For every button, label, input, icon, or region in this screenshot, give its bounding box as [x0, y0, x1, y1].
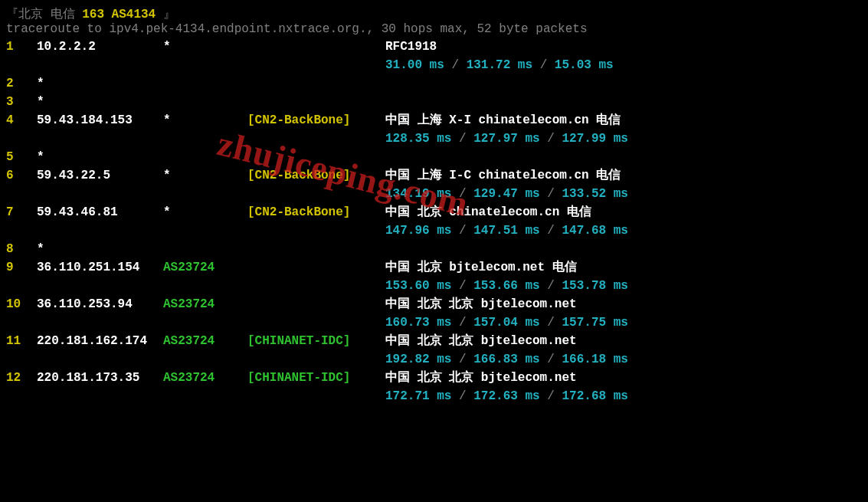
hop-number: 3 — [6, 93, 37, 111]
timing-separator: / — [532, 58, 555, 72]
hop-ip: 220.181.173.35 — [37, 369, 163, 387]
hop-network-tag: [CHINANET-IDC] — [247, 332, 385, 350]
hop-row: 659.43.22.5*[CN2-BackBone]中国 上海 I-C chin… — [6, 166, 862, 185]
rtt-3: 153.78 ms — [562, 279, 627, 293]
hop-number: 6 — [6, 166, 37, 185]
hop-location: 中国 北京 北京 bjtelecom.net — [385, 369, 862, 387]
hop-ip: 59.43.22.5 — [37, 166, 163, 185]
timing-separator: / — [540, 316, 562, 330]
hop-network-tag: [CN2-BackBone] — [247, 203, 385, 221]
rtt-3: 147.68 ms — [562, 224, 627, 238]
rtt-1: 147.96 ms — [385, 224, 451, 238]
timing-values: 128.35 ms / 127.97 ms / 127.99 ms — [385, 130, 628, 148]
rtt-3: 127.99 ms — [562, 132, 627, 146]
timing-separator: / — [451, 316, 473, 330]
rtt-2: 153.66 ms — [473, 279, 539, 293]
rtt-1: 31.00 ms — [385, 58, 444, 72]
timing-separator: / — [540, 389, 562, 403]
hop-number: 2 — [6, 74, 37, 93]
rtt-3: 157.75 ms — [562, 316, 627, 330]
hop-timings: 147.96 ms / 147.51 ms / 147.68 ms — [6, 221, 862, 240]
hop-number: 10 — [6, 295, 37, 313]
timing-separator: / — [451, 132, 473, 146]
rtt-2: 157.04 ms — [473, 316, 539, 330]
rtt-2: 166.83 ms — [473, 353, 539, 366]
hop-ip: * — [37, 74, 163, 93]
hop-row: 936.110.251.154AS23724中国 北京 bjtelecom.ne… — [6, 258, 862, 277]
hop-asn: * — [163, 38, 247, 56]
header-suffix: 』 — [156, 8, 175, 21]
timing-separator: / — [540, 187, 562, 201]
hop-ip: 10.2.2.2 — [37, 38, 163, 56]
hop-location: RFC1918 — [385, 38, 862, 56]
traceroute-command: traceroute to ipv4.pek-4134.endpoint.nxt… — [6, 22, 862, 36]
hop-asn: * — [163, 203, 247, 221]
timing-values: 147.96 ms / 147.51 ms / 147.68 ms — [385, 221, 628, 240]
header-prefix: 『北京 电信 — [6, 8, 82, 21]
hop-location: 中国 北京 北京 bjtelecom.net — [385, 295, 862, 313]
hop-ip: 59.43.46.81 — [37, 203, 163, 221]
timing-values: 192.82 ms / 166.83 ms / 166.18 ms — [385, 350, 628, 369]
timing-separator: / — [540, 132, 562, 146]
timing-separator: / — [451, 279, 473, 293]
hop-ip: * — [37, 148, 163, 166]
rtt-2: 127.97 ms — [473, 132, 539, 146]
header-highlight: 163 AS4134 — [82, 8, 156, 21]
hop-location: 中国 上海 X-I chinatelecom.cn 电信 — [385, 111, 862, 130]
hop-ip: 36.110.251.154 — [37, 258, 163, 277]
hop-row: 5* — [6, 148, 862, 166]
hop-number: 1 — [6, 38, 37, 56]
hop-timings: 31.00 ms / 131.72 ms / 15.03 ms — [6, 56, 862, 74]
rtt-3: 15.03 ms — [555, 58, 614, 72]
hop-ip: * — [37, 240, 163, 258]
hop-ip: * — [37, 93, 163, 111]
timing-separator: / — [540, 353, 562, 366]
hop-row: 2* — [6, 74, 862, 93]
hop-network-tag: [CHINANET-IDC] — [247, 369, 385, 387]
hop-timings: 153.60 ms / 153.66 ms / 153.78 ms — [6, 277, 862, 295]
rtt-3: 133.52 ms — [562, 187, 627, 201]
hop-location: 中国 上海 I-C chinatelecom.cn 电信 — [385, 166, 862, 185]
rtt-2: 129.47 ms — [473, 187, 539, 201]
hop-ip: 59.43.184.153 — [37, 111, 163, 130]
hop-number: 12 — [6, 369, 37, 387]
hop-number: 7 — [6, 203, 37, 221]
hop-timings: 172.71 ms / 172.63 ms / 172.68 ms — [6, 387, 862, 405]
hop-timings: 160.73 ms / 157.04 ms / 157.75 ms — [6, 313, 862, 332]
hop-ip: 220.181.162.174 — [37, 332, 163, 350]
hop-location: 中国 北京 chinatelecom.cn 电信 — [385, 203, 862, 221]
hop-number: 4 — [6, 111, 37, 130]
timing-separator: / — [451, 224, 473, 238]
hop-asn: AS23724 — [163, 332, 247, 350]
timing-separator: / — [451, 389, 473, 403]
timing-values: 172.71 ms / 172.63 ms / 172.68 ms — [385, 387, 628, 405]
hop-row: 110.2.2.2*RFC1918 — [6, 38, 862, 56]
hop-timings: 128.35 ms / 127.97 ms / 127.99 ms — [6, 130, 862, 148]
rtt-2: 147.51 ms — [473, 224, 539, 238]
hop-row: 759.43.46.81*[CN2-BackBone]中国 北京 chinate… — [6, 203, 862, 221]
hops-output: 110.2.2.2*RFC191831.00 ms / 131.72 ms / … — [6, 38, 862, 405]
rtt-1: 134.19 ms — [385, 187, 451, 201]
rtt-2: 131.72 ms — [467, 58, 532, 72]
timing-separator: / — [451, 353, 473, 366]
hop-number: 11 — [6, 332, 37, 350]
hop-row: 459.43.184.153*[CN2-BackBone]中国 上海 X-I c… — [6, 111, 862, 130]
rtt-3: 172.68 ms — [562, 389, 627, 403]
hop-network-tag: [CN2-BackBone] — [247, 166, 385, 185]
rtt-2: 172.63 ms — [473, 389, 539, 403]
hop-number: 8 — [6, 240, 37, 258]
timing-values: 31.00 ms / 131.72 ms / 15.03 ms — [385, 56, 614, 74]
rtt-1: 192.82 ms — [385, 353, 451, 366]
hop-asn: AS23724 — [163, 295, 247, 313]
timing-values: 134.19 ms / 129.47 ms / 133.52 ms — [385, 185, 628, 203]
hop-location: 中国 北京 北京 bjtelecom.net — [385, 332, 862, 350]
hop-row: 11220.181.162.174AS23724[CHINANET-IDC]中国… — [6, 332, 862, 350]
hop-row: 12220.181.173.35AS23724[CHINANET-IDC]中国 … — [6, 369, 862, 387]
rtt-1: 160.73 ms — [385, 316, 451, 330]
timing-values: 160.73 ms / 157.04 ms / 157.75 ms — [385, 313, 628, 332]
timing-values: 153.60 ms / 153.66 ms / 153.78 ms — [385, 277, 628, 295]
hop-row: 8* — [6, 240, 862, 258]
hop-timings: 192.82 ms / 166.83 ms / 166.18 ms — [6, 350, 862, 369]
rtt-1: 128.35 ms — [385, 132, 451, 146]
rtt-1: 172.71 ms — [385, 389, 451, 403]
